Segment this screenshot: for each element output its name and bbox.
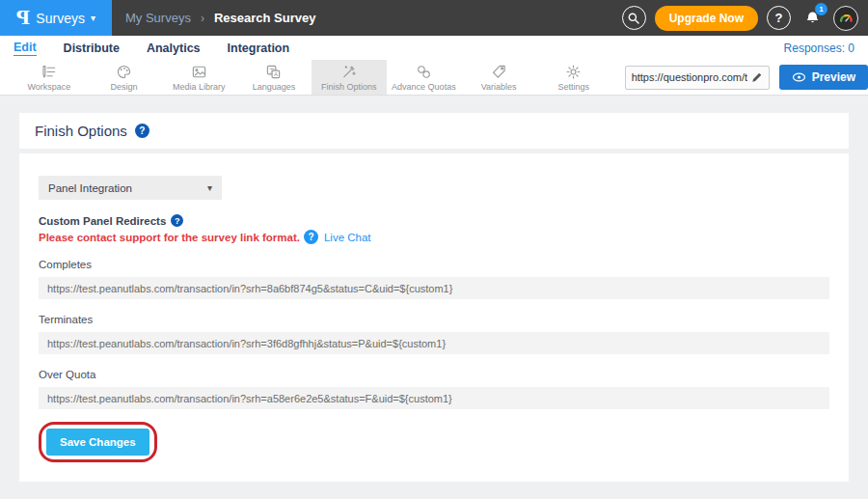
product-menu[interactable]: P Surveys ▾ — [0, 0, 112, 36]
chevron-down-icon: ▾ — [91, 14, 95, 23]
toolbar-item-settings[interactable]: Settings — [536, 60, 611, 95]
responses-count[interactable]: Responses: 0 — [784, 42, 854, 55]
breadcrumb-separator: › — [201, 12, 204, 25]
live-chat-link[interactable]: Live Chat — [324, 232, 371, 243]
toolbar-item-workspace[interactable]: Workspace — [12, 60, 87, 95]
finish-options-panel: Panel Integration ▾ Custom Panel Redirec… — [19, 153, 849, 482]
top-header-bar: P Surveys ▾ My Surveys › Research Survey… — [0, 0, 868, 36]
help-button[interactable]: ? — [767, 6, 791, 30]
completes-field-group: Completes https://test.peanutlabs.com/tr… — [39, 259, 829, 299]
finish-options-help-icon[interactable]: ? — [135, 124, 149, 138]
panel-type-dropdown[interactable]: Panel Integration ▾ — [39, 176, 222, 200]
workspace-icon — [41, 64, 57, 80]
live-chat-icon[interactable]: ? — [304, 230, 318, 244]
over-quota-label: Over Quota — [39, 369, 829, 380]
preview-button[interactable]: Preview — [779, 65, 868, 90]
survey-url-field[interactable]: https://questionpro.com/t/A — [625, 66, 770, 90]
tab-analytics[interactable]: Analytics — [147, 42, 201, 55]
support-notice-row: Please contact support for the survey li… — [39, 230, 829, 244]
breadcrumb: My Surveys › Research Survey — [112, 0, 315, 36]
support-notice-text: Please contact support for the survey li… — [39, 232, 300, 243]
search-icon — [627, 12, 640, 25]
questionpro-logo-icon: P — [16, 9, 30, 27]
custom-panel-redirects-header: Custom Panel Redirects ? — [39, 214, 829, 227]
image-icon — [191, 64, 207, 80]
over-quota-url-input[interactable]: https://test.peanutlabs.com/transaction/… — [39, 387, 829, 409]
notifications-button[interactable]: 1 — [800, 6, 825, 31]
breadcrumb-my-surveys[interactable]: My Surveys — [125, 11, 191, 25]
toolbar-item-design[interactable]: Design — [87, 60, 162, 95]
toolbar-item-finish-options[interactable]: Finish Options — [312, 60, 387, 95]
upgrade-now-button[interactable]: Upgrade Now — [655, 6, 758, 31]
toolbar-item-advance-quotas[interactable]: Advance Quotas — [387, 60, 462, 95]
terminates-url-input[interactable]: https://test.peanutlabs.com/transaction/… — [39, 332, 829, 354]
user-avatar[interactable] — [833, 6, 858, 31]
gauge-avatar-icon — [836, 9, 855, 28]
survey-url-text: https://questionpro.com/t/A — [632, 71, 747, 83]
completes-url-input[interactable]: https://test.peanutlabs.com/transaction/… — [39, 277, 829, 299]
over-quota-field-group: Over Quota https://test.peanutlabs.com/t… — [39, 369, 829, 409]
magic-wand-icon — [340, 64, 357, 80]
chain-links-icon — [416, 64, 432, 80]
breadcrumb-current-survey: Research Survey — [214, 11, 316, 25]
edit-toolbar: Workspace Design Media Library 文 A Langu… — [0, 60, 868, 96]
red-highlight-annotation: Save Changes — [39, 422, 157, 462]
translate-icon: 文 A — [265, 64, 282, 80]
tab-integration[interactable]: Integration — [228, 42, 290, 55]
dropdown-caret-icon: ▾ — [207, 183, 212, 193]
page-title: Finish Options — [35, 123, 127, 139]
tab-distribute[interactable]: Distribute — [64, 42, 120, 55]
custom-panel-redirects-help-icon[interactable]: ? — [171, 214, 183, 227]
toolbar-item-media-library[interactable]: Media Library — [161, 60, 236, 95]
section-title: Custom Panel Redirects — [39, 215, 166, 227]
product-menu-label: Surveys — [36, 11, 85, 26]
panel-type-selected-value: Panel Integration — [48, 182, 132, 194]
page-heading-strip: Finish Options ? — [19, 113, 849, 149]
gear-icon — [565, 64, 582, 80]
terminates-field-group: Terminates https://test.peanutlabs.com/t… — [39, 314, 829, 354]
toolbar-item-languages[interactable]: 文 A Languages — [236, 60, 312, 95]
preview-label: Preview — [812, 70, 855, 84]
eye-icon — [792, 71, 806, 83]
tab-edit[interactable]: Edit — [14, 41, 37, 56]
survey-nav: Edit Distribute Analytics Integration Re… — [0, 36, 868, 60]
question-mark-icon: ? — [775, 11, 783, 25]
toolbar-item-variables[interactable]: Variables — [461, 60, 536, 95]
header-actions: Upgrade Now ? 1 — [622, 0, 868, 36]
tag-icon — [491, 64, 507, 80]
save-changes-button[interactable]: Save Changes — [46, 429, 149, 456]
palette-icon — [116, 64, 132, 80]
search-button[interactable] — [622, 6, 646, 30]
completes-label: Completes — [39, 259, 829, 270]
terminates-label: Terminates — [39, 314, 829, 325]
notification-count-badge: 1 — [815, 3, 827, 15]
edit-pencil-icon[interactable] — [751, 71, 763, 83]
